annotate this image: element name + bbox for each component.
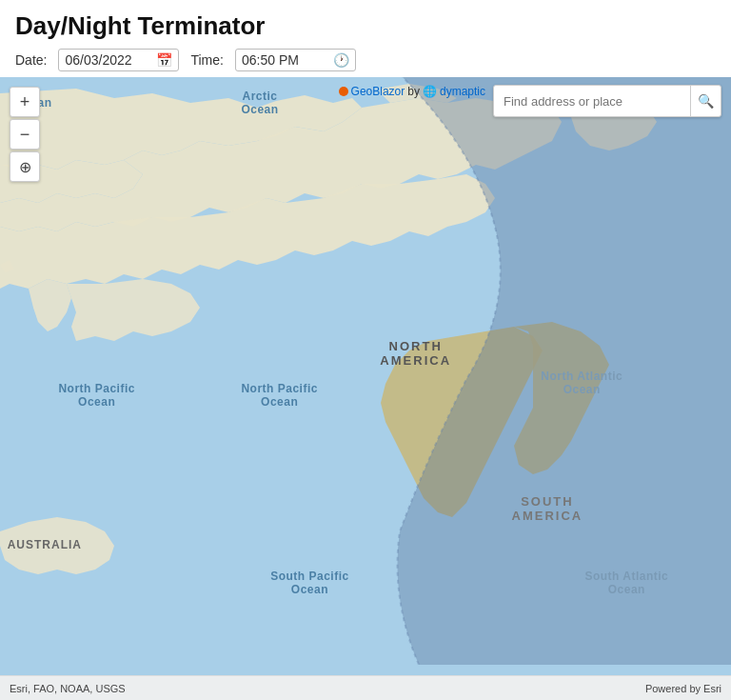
time-input-wrap: 🕐 [235, 49, 356, 71]
date-input-wrap: 📅 [58, 49, 179, 71]
powered-by: Powered by Esri [645, 683, 721, 694]
map-controls: + − ⊕ [10, 87, 40, 182]
bottom-attribution-bar: Esri, FAO, NOAA, USGS Powered by Esri [0, 675, 731, 700]
search-bar: 🔍 [493, 85, 721, 117]
search-button[interactable]: 🔍 [690, 86, 721, 116]
date-label: Date: [15, 52, 47, 68]
esri-attribution: Esri, FAO, NOAA, USGS [10, 683, 126, 694]
clock-icon: 🕐 [333, 52, 349, 68]
date-input[interactable] [65, 52, 150, 68]
calendar-icon: 📅 [156, 52, 172, 68]
zoom-in-button[interactable]: + [10, 87, 40, 117]
geoblazor-link[interactable]: GeoBlazor [351, 85, 405, 98]
geoblazor-dot [339, 87, 348, 96]
dymaptic-link[interactable]: dymaptic [440, 85, 485, 98]
dymaptic-globe: 🌐 [423, 85, 437, 98]
by-text: by [407, 85, 420, 98]
geoblazor-attribution: GeoBlazor by 🌐 dymaptic [339, 85, 485, 98]
time-label: Time: [190, 52, 223, 68]
search-input[interactable] [494, 88, 690, 115]
map-container: Ocean ArcticOcean NORTHAMERICA North Pac… [0, 77, 731, 700]
locate-button[interactable]: ⊕ [10, 151, 40, 182]
time-input[interactable] [242, 52, 327, 68]
map-svg [0, 77, 731, 700]
page-title: Day/Night Terminator [15, 11, 716, 41]
zoom-out-button[interactable]: − [10, 119, 40, 150]
